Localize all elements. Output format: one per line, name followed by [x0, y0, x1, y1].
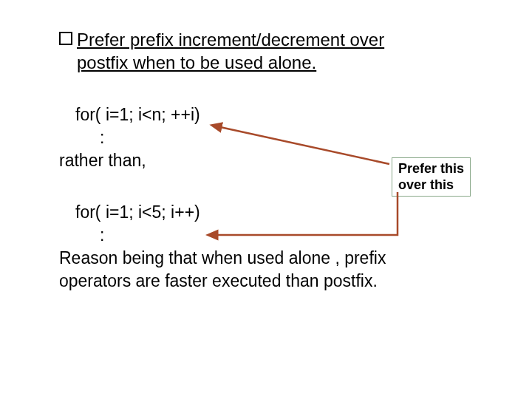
reason-line-1: Reason being that when used alone , pref… — [59, 247, 488, 270]
body-content: for( i=1; i<n; ++i) : rather than, for( … — [59, 103, 488, 292]
callout-line-1: Prefer this — [398, 161, 464, 176]
code-block-1: for( i=1; i<n; ++i) — [59, 103, 488, 126]
title-line-1: Prefer prefix increment/decrement over — [77, 30, 384, 50]
bullet-square-icon — [59, 32, 72, 45]
reason-line-2: operators are faster executed than postf… — [59, 270, 488, 293]
code-block-2-body: : — [59, 224, 488, 247]
code-block-1-body: : — [59, 126, 488, 149]
slide: Prefer prefix increment/decrement over p… — [0, 0, 532, 399]
callout-box: Prefer this over this — [392, 157, 471, 197]
title-line-2: postfix when to be used alone. — [77, 52, 316, 72]
title-text: Prefer prefix increment/decrement over p… — [77, 28, 384, 74]
callout-line-2: over this — [398, 177, 454, 192]
title-row: Prefer prefix increment/decrement over p… — [59, 28, 488, 74]
code-block-2: for( i=1; i<5; i++) — [59, 201, 488, 224]
